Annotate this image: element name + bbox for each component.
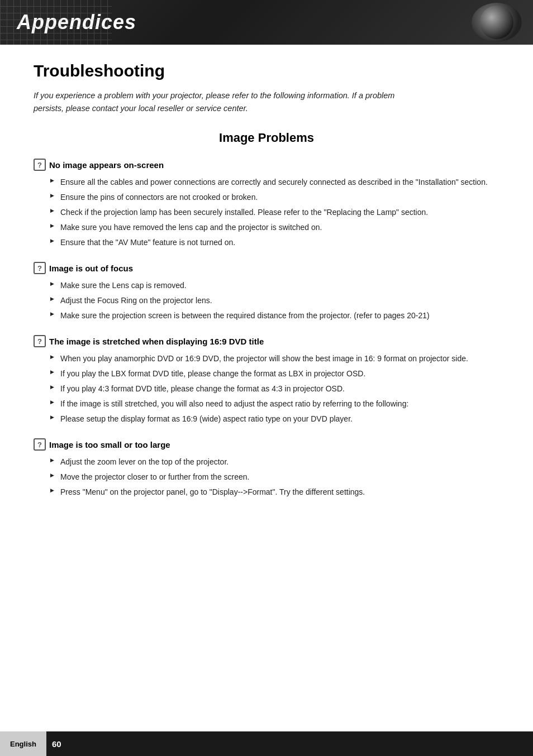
list-item: If you play the LBX format DVD title, pl… <box>50 368 499 380</box>
list-item: Check if the projection lamp has been se… <box>50 207 499 218</box>
list-item: Make sure the projection screen is betwe… <box>50 310 499 322</box>
bullet-list-no-image: Ensure all the cables and power connecti… <box>34 176 499 248</box>
section-title: Troubleshooting <box>34 61 499 80</box>
problem-heading-stretched: ?The image is stretched when displaying … <box>34 335 499 347</box>
footer-language: English <box>0 731 46 756</box>
list-item: When you play anamorphic DVD or 16:9 DVD… <box>50 353 499 365</box>
problem-icon-too-small-large: ? <box>34 438 46 451</box>
list-item: Make sure you have removed the lens cap … <box>50 222 499 233</box>
list-item: If the image is still stretched, you wil… <box>50 398 499 410</box>
list-item: Make sure the Lens cap is removed. <box>50 280 499 291</box>
problem-block-out-of-focus: ?Image is out of focusMake sure the Lens… <box>34 262 499 322</box>
list-item: Ensure that the "AV Mute" feature is not… <box>50 237 499 248</box>
header-logo-inner <box>480 6 513 39</box>
intro-paragraph: If you experience a problem with your pr… <box>34 89 413 115</box>
list-item: Ensure the pins of connectors are not cr… <box>50 192 499 203</box>
problem-heading-too-small-large: ?Image is too small or too large <box>34 438 499 451</box>
list-item: Adjust the Focus Ring on the projector l… <box>50 295 499 307</box>
problem-block-too-small-large: ?Image is too small or too largeAdjust t… <box>34 438 499 498</box>
problem-icon-no-image: ? <box>34 159 46 171</box>
problem-heading-no-image: ?No image appears on-screen <box>34 159 499 171</box>
subsection-title: Image Problems <box>34 131 499 145</box>
main-content: Troubleshooting If you experience a prob… <box>0 45 533 556</box>
problem-heading-text-too-small-large: Image is too small or too large <box>49 440 170 449</box>
problem-block-no-image: ?No image appears on-screenEnsure all th… <box>34 159 499 248</box>
bullet-list-stretched: When you play anamorphic DVD or 16:9 DVD… <box>34 353 499 425</box>
list-item: If you play 4:3 format DVD title, please… <box>50 383 499 395</box>
header-logo <box>472 3 522 42</box>
problem-heading-text-no-image: No image appears on-screen <box>49 160 164 170</box>
list-item: Ensure all the cables and power connecti… <box>50 176 499 188</box>
problems-container: ?No image appears on-screenEnsure all th… <box>34 159 499 498</box>
bullet-list-out-of-focus: Make sure the Lens cap is removed.Adjust… <box>34 280 499 322</box>
problem-heading-text-out-of-focus: Image is out of focus <box>49 264 133 273</box>
problem-icon-stretched: ? <box>34 335 46 347</box>
list-item: Adjust the zoom lever on the top of the … <box>50 456 499 468</box>
page-footer: English 60 <box>0 731 533 756</box>
list-item: Please setup the display format as 16:9 … <box>50 413 499 425</box>
problem-icon-out-of-focus: ? <box>34 262 46 274</box>
problem-block-stretched: ?The image is stretched when displaying … <box>34 335 499 425</box>
problem-heading-text-stretched: The image is stretched when displaying 1… <box>49 337 264 346</box>
bullet-list-too-small-large: Adjust the zoom lever on the top of the … <box>34 456 499 498</box>
list-item: Press "Menu" on the projector panel, go … <box>50 486 499 498</box>
footer-page-number: 60 <box>52 739 61 749</box>
problem-heading-out-of-focus: ?Image is out of focus <box>34 262 499 274</box>
list-item: Move the projector closer to or further … <box>50 471 499 483</box>
page-header: Appendices <box>0 0 533 45</box>
header-grid-decoration <box>0 0 112 45</box>
